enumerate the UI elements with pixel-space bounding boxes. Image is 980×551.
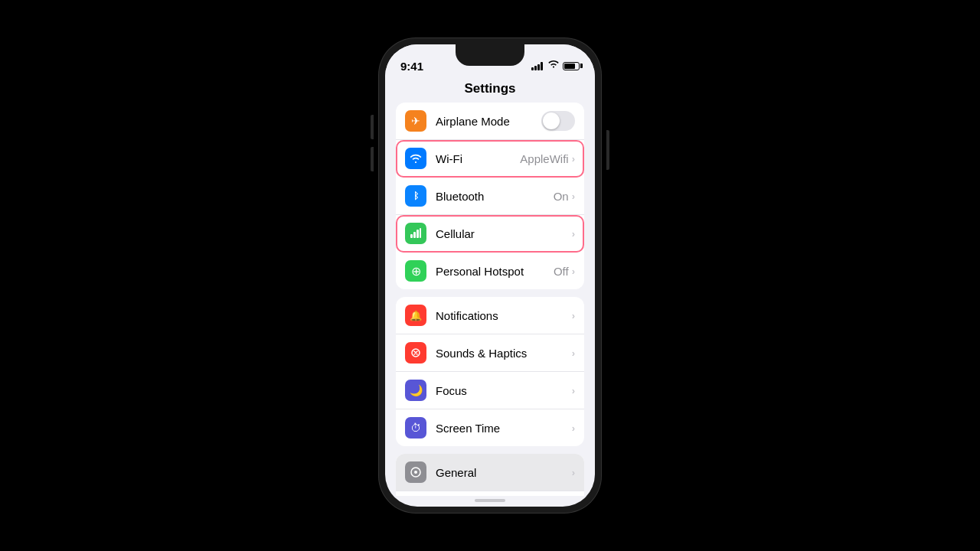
personal-hotspot-label: Personal Hotspot [436,265,554,278]
personal-hotspot-value: Off [554,265,569,278]
airplane-mode-row[interactable]: ✈ Airplane Mode [396,103,584,140]
vol-up-button[interactable] [371,115,374,139]
phone-screen: 9:41 [385,44,595,507]
status-time: 9:41 [400,60,423,73]
status-bar: 9:41 [385,44,595,78]
wifi-chevron: › [572,153,575,165]
svg-rect-1 [413,232,416,238]
bluetooth-value: On [554,190,569,203]
sounds-haptics-chevron: › [572,347,575,359]
wifi-status-icon [548,60,559,71]
sounds-haptics-label: Sounds & Haptics [436,347,572,360]
signal-icon [531,62,543,70]
svg-rect-0 [410,234,413,238]
airplane-mode-label: Airplane Mode [436,115,541,128]
bluetooth-icon: ᛒ [405,185,426,207]
notifications-label: Notifications [436,309,572,322]
airplane-mode-icon: ✈ [405,110,426,132]
notifications-group: 🔔 Notifications › Sounds & Haptics › [396,297,584,446]
screen-time-row[interactable]: ⏱ Screen Time › [396,409,584,446]
sounds-haptics-row[interactable]: Sounds & Haptics › [396,334,584,372]
cellular-label: Cellular [436,227,572,240]
sounds-haptics-icon [405,342,426,364]
status-icons [531,60,580,71]
personal-hotspot-icon: ⊕ [405,260,426,282]
cellular-row[interactable]: Cellular › [396,215,584,253]
scroll-indicator [475,499,505,502]
notifications-icon: 🔔 [405,305,426,326]
control-center-row[interactable]: Control Center › [396,491,584,496]
wifi-value: AppleWifi [520,152,568,165]
network-group: ✈ Airplane Mode Wi-Fi [396,103,584,289]
general-label: General [436,466,572,479]
settings-scroll-area[interactable]: ✈ Airplane Mode Wi-Fi [385,103,595,496]
page-title: Settings [385,78,595,103]
notifications-row[interactable]: 🔔 Notifications › [396,297,584,334]
battery-icon [563,62,580,70]
screen-time-chevron: › [572,422,575,434]
wifi-row[interactable]: Wi-Fi AppleWifi › [396,140,584,178]
general-group: General › Control Center › [396,454,584,496]
bluetooth-chevron: › [572,191,575,202]
notch [456,44,524,66]
focus-icon: 🌙 [405,380,426,401]
vol-down-button[interactable] [371,147,374,171]
focus-row[interactable]: 🌙 Focus › [396,372,584,409]
power-button[interactable] [606,130,609,170]
personal-hotspot-row[interactable]: ⊕ Personal Hotspot Off › [396,253,584,289]
svg-point-6 [414,471,417,474]
phone-frame: 9:41 [379,38,601,513]
airplane-mode-toggle[interactable] [541,111,575,131]
cellular-chevron: › [572,228,575,240]
personal-hotspot-chevron: › [572,266,575,277]
bluetooth-label: Bluetooth [436,190,554,203]
wifi-label: Wi-Fi [436,152,520,165]
bluetooth-row[interactable]: ᛒ Bluetooth On › [396,178,584,215]
focus-label: Focus [436,384,572,397]
general-chevron: › [572,467,575,478]
notifications-chevron: › [572,310,575,321]
screen-time-label: Screen Time [436,422,572,435]
general-row[interactable]: General › [396,454,584,491]
svg-rect-3 [420,228,421,238]
screen-time-icon: ⏱ [405,417,426,439]
svg-rect-2 [416,230,419,238]
wifi-icon [405,148,426,169]
cellular-icon [405,223,426,244]
focus-chevron: › [572,385,575,396]
general-icon [405,461,426,483]
